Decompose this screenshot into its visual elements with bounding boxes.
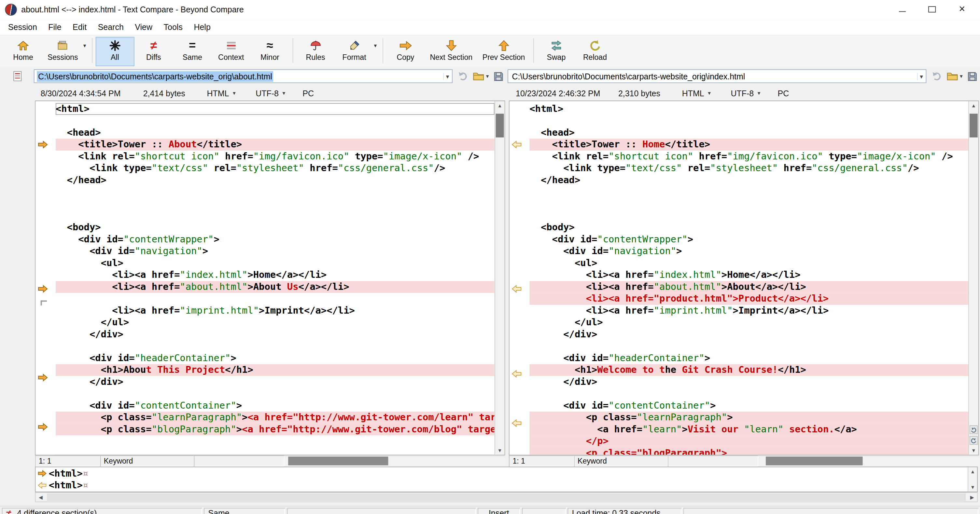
scroll-down-icon[interactable]: ▼	[968, 483, 977, 492]
code-line[interactable]	[530, 186, 968, 198]
section-arrow-right-icon[interactable]	[35, 141, 55, 152]
menu-file[interactable]: File	[43, 22, 67, 32]
scroll-down-icon[interactable]: ▼	[969, 446, 978, 455]
maximize-button[interactable]	[928, 5, 936, 14]
menu-help[interactable]: Help	[188, 22, 216, 32]
left-path-input[interactable]: C:\Users\brunobrito\Documents\carparts-w…	[34, 69, 453, 83]
code-line[interactable]	[56, 115, 495, 127]
left-save-button[interactable]	[493, 71, 504, 82]
left-vscrollbar[interactable]: ▲ ▼	[495, 101, 505, 455]
code-line[interactable]: <link rel="shortcut icon" href="img/favi…	[56, 151, 495, 162]
sessions-button[interactable]: Sessions ▾	[43, 37, 89, 66]
detail-hscrollbar[interactable]: ◀ ▶	[35, 492, 978, 502]
left-path-dropdown-icon[interactable]: ▾	[444, 73, 451, 80]
menu-view[interactable]: View	[129, 22, 158, 32]
section-arrow-right-icon[interactable]	[35, 423, 55, 435]
left-encoding-dropdown[interactable]: UTF-8▾	[256, 89, 302, 98]
code-line[interactable]: </p>	[530, 435, 968, 447]
next-section-button[interactable]: Next Section	[425, 37, 477, 66]
show-all-button[interactable]: All	[95, 37, 134, 66]
next-diff-button[interactable]	[970, 436, 978, 445]
code-line[interactable]: <link type="text/css" rel="stylesheet" h…	[56, 162, 495, 174]
code-line[interactable]: <a href="learn">Visit our "learn" sectio…	[530, 424, 968, 435]
detail-line-right[interactable]: <html>¤	[35, 479, 977, 491]
code-line[interactable]	[530, 340, 968, 352]
code-line[interactable]: <p class="blogParagraph">	[530, 447, 968, 455]
code-line[interactable]: <h1>Welcome to the Git Crash Course!</h1…	[530, 364, 968, 376]
section-arrow-left-icon[interactable]	[509, 141, 530, 152]
code-line[interactable]: <li><a href="product.html">Product</a></…	[530, 293, 968, 305]
code-line[interactable]	[530, 198, 968, 210]
right-vscrollbar[interactable]: ▲ ▼	[968, 101, 978, 455]
ignore-minor-button[interactable]: ≈ Minor	[250, 37, 289, 66]
code-line[interactable]	[56, 388, 495, 400]
detail-line-left[interactable]: <html>¤	[35, 467, 977, 479]
code-line[interactable]	[530, 388, 968, 400]
home-button[interactable]: Home	[4, 37, 43, 66]
section-arrow-right-icon[interactable]	[35, 373, 55, 385]
code-line[interactable]: </head>	[530, 175, 968, 186]
code-line[interactable]: <html>	[530, 103, 968, 115]
code-line[interactable]: <body>	[56, 222, 495, 233]
sessions-dropdown-icon[interactable]: ▾	[83, 43, 86, 49]
menu-search[interactable]: Search	[92, 22, 129, 32]
scroll-left-icon[interactable]: ◀	[35, 493, 46, 501]
code-line[interactable]: <li><a href="imprint.html">Imprint</a></…	[530, 305, 968, 317]
prev-section-button[interactable]: Prev Section	[477, 37, 530, 66]
code-line[interactable]: </div>	[530, 328, 968, 340]
right-format-dropdown[interactable]: HTML▾	[682, 89, 731, 98]
show-same-button[interactable]: = Same	[173, 37, 212, 66]
left-code-pane[interactable]: <html> <head> <title>Tower :: About</tit…	[35, 100, 505, 455]
code-line[interactable]: </div>	[56, 376, 495, 388]
code-line[interactable]: <head>	[530, 127, 968, 139]
right-open-dropdown-icon[interactable]: ▾	[960, 73, 963, 79]
code-line[interactable]: <li><a href="imprint.html">Imprint</a></…	[56, 305, 495, 317]
code-line[interactable]: <div id="contentContainer">	[530, 400, 968, 411]
reload-button[interactable]: Reload	[576, 37, 614, 66]
scroll-up-icon[interactable]: ▲	[968, 467, 977, 476]
left-revert-button[interactable]	[457, 71, 469, 82]
code-line[interactable]: <head>	[56, 127, 495, 139]
code-line[interactable]	[530, 115, 968, 127]
code-line[interactable]: <ul>	[56, 257, 495, 269]
code-line[interactable]: <li><a href="about.html">About Us</a></l…	[56, 281, 495, 293]
menu-tools[interactable]: Tools	[158, 22, 188, 32]
code-line[interactable]: <body>	[530, 222, 968, 233]
swap-button[interactable]: Swap	[537, 37, 576, 66]
code-line[interactable]: <li><a href="index.html">Home</a></li>	[56, 270, 495, 281]
code-line[interactable]	[56, 340, 495, 352]
right-revert-button[interactable]	[931, 71, 943, 82]
right-hscrollbar-thumb[interactable]	[766, 457, 863, 466]
code-line[interactable]: <ul>	[530, 257, 968, 269]
right-hscrollbar[interactable]	[758, 455, 979, 467]
right-path-input[interactable]: C:\Users\brunobrito\Documents\carparts-w…	[508, 69, 927, 83]
left-format-dropdown[interactable]: HTML▾	[207, 89, 256, 98]
code-line[interactable]: <div id="navigation">	[530, 246, 968, 257]
format-dropdown-icon[interactable]: ▾	[374, 43, 377, 49]
scroll-down-icon[interactable]: ▼	[495, 446, 505, 455]
code-line[interactable]: <div id="contentWrapper">	[56, 233, 495, 245]
right-code-editor[interactable]: <html> <head> <title>Tower :: Home</titl…	[530, 101, 968, 455]
left-code-editor[interactable]: <html> <head> <title>Tower :: About</tit…	[56, 101, 495, 455]
code-line[interactable]: <li><a href="about.html">About</a></li>	[530, 281, 968, 293]
section-arrow-left-icon[interactable]	[509, 370, 530, 382]
right-open-button[interactable]: ▾	[947, 71, 963, 81]
left-hscrollbar-thumb[interactable]	[288, 457, 388, 466]
code-line[interactable]	[56, 293, 495, 305]
section-arrow-left-icon[interactable]	[509, 285, 530, 297]
code-line[interactable]: <div id="headerContainer">	[530, 352, 968, 364]
code-line[interactable]	[56, 198, 495, 210]
left-open-button[interactable]: ▾	[473, 71, 489, 81]
scroll-right-icon[interactable]: ▶	[967, 493, 977, 501]
detail-scrollbar[interactable]: ▲ ▼	[967, 467, 977, 492]
close-button[interactable]: ×	[958, 5, 966, 14]
rules-button[interactable]: Rules	[296, 37, 335, 66]
code-line[interactable]: <link type="text/css" rel="stylesheet" h…	[530, 162, 968, 174]
code-line[interactable]: </div>	[56, 328, 495, 340]
right-save-button[interactable]	[967, 71, 978, 82]
left-hscrollbar[interactable]	[285, 455, 505, 467]
right-encoding-dropdown[interactable]: UTF-8▾	[730, 89, 778, 98]
copy-button[interactable]: Copy	[386, 37, 425, 66]
scroll-up-icon[interactable]: ▲	[969, 101, 978, 110]
section-arrow-right-icon[interactable]	[35, 285, 55, 297]
